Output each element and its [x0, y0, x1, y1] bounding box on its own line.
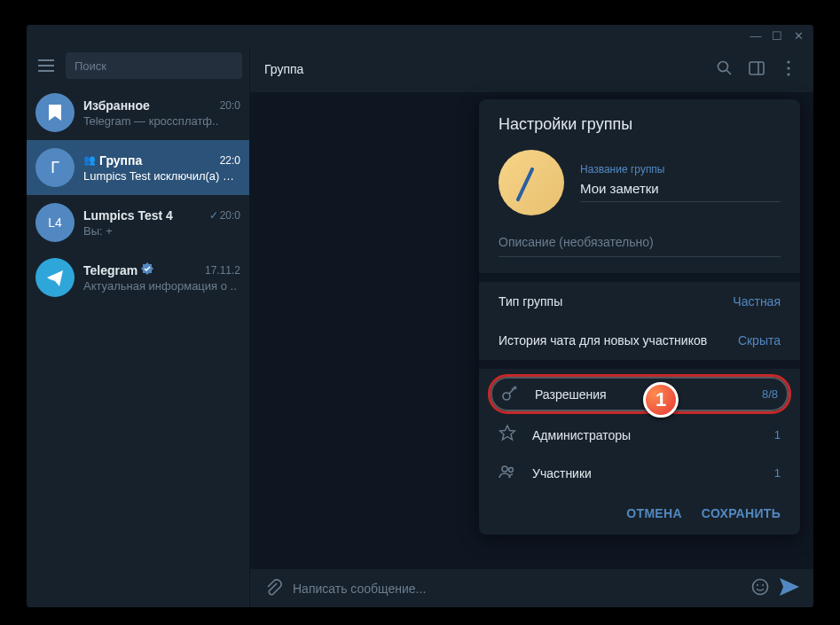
menu-icon[interactable] — [34, 53, 59, 78]
group-name-input[interactable]: Мои заметки — [580, 179, 781, 202]
chat-footer: Написать сообщение... — [250, 569, 813, 607]
chat-history-value: Скрыта — [738, 333, 781, 348]
maximize-button[interactable]: ☐ — [771, 29, 783, 42]
svg-point-10 — [509, 468, 514, 473]
svg-point-4 — [787, 73, 789, 75]
separator — [479, 360, 800, 369]
members-row[interactable]: Участники 1 — [479, 454, 800, 492]
search-icon[interactable] — [714, 60, 735, 79]
chat-title: Telegram — [83, 262, 153, 277]
permissions-count: 8/8 — [762, 387, 778, 401]
svg-point-6 — [757, 584, 758, 586]
members-label: Участники — [532, 466, 758, 480]
chat-item-group[interactable]: Г 👥 Группа 22:0 Lumpics Test исключил(а)… — [27, 140, 249, 195]
telegram-icon — [35, 258, 75, 297]
group-settings-modal: Настройки группы Название группы Мои зам… — [479, 99, 800, 535]
members-icon — [499, 463, 516, 483]
svg-point-0 — [718, 61, 728, 71]
chat-subtitle: Lumpics Test исключил(а) Lu.. — [83, 169, 240, 183]
emoji-icon[interactable] — [751, 578, 769, 598]
minimize-button[interactable]: — — [750, 29, 762, 42]
admins-row[interactable]: Администраторы 1 — [479, 416, 800, 454]
group-type-row[interactable]: Тип группы Частная — [479, 282, 800, 321]
svg-point-7 — [762, 584, 764, 586]
chat-title: Избранное — [83, 98, 150, 113]
close-button[interactable]: ✕ — [792, 29, 805, 42]
chat-header: Группа — [250, 46, 813, 92]
chat-title: 👥 Группа — [83, 153, 142, 168]
key-icon — [501, 384, 519, 404]
permissions-label: Разрешения — [535, 387, 746, 402]
star-icon — [499, 425, 516, 445]
group-description-input[interactable]: Описание (необязательно) — [499, 231, 781, 257]
annotation-badge: 1 — [643, 382, 679, 418]
svg-point-2 — [787, 60, 789, 63]
chat-item-user[interactable]: L4 Lumpics Test 4 ✓ 20:0 Вы: + — [27, 195, 249, 250]
group-type-label: Тип группы — [499, 294, 562, 309]
name-field-label: Название группы — [580, 163, 781, 176]
admins-label: Администраторы — [532, 428, 758, 442]
chat-item-saved[interactable]: Избранное 20:0 Telegram — кроссплатф.. — [27, 85, 249, 140]
admins-count: 1 — [774, 428, 781, 441]
chat-time: 22:0 — [220, 154, 240, 167]
send-icon[interactable] — [780, 578, 799, 598]
svg-rect-1 — [750, 62, 764, 74]
avatar: Г — [35, 148, 75, 187]
group-type-value: Частная — [733, 294, 781, 309]
svg-point-8 — [503, 393, 510, 400]
chat-subtitle: Telegram — кроссплатф.. — [83, 114, 240, 128]
chat-title: Lumpics Test 4 — [83, 208, 173, 223]
chat-history-label: История чата для новых участников — [499, 333, 707, 348]
chat-history-row[interactable]: История чата для новых участников Скрыта — [479, 321, 800, 360]
chat-time: 20:0 — [220, 99, 240, 112]
verified-icon — [141, 262, 153, 277]
chat-subtitle: Вы: + — [83, 224, 240, 238]
save-button[interactable]: СОХРАНИТЬ — [702, 506, 781, 520]
more-icon[interactable] — [778, 60, 799, 79]
chat-item-channel[interactable]: Telegram 17.11.2 Актуальная информация о… — [27, 250, 249, 305]
group-photo[interactable] — [499, 150, 564, 215]
chat-subtitle: Актуальная информация о .. — [83, 279, 240, 293]
svg-point-3 — [787, 66, 789, 69]
modal-title: Настройки группы — [479, 99, 800, 145]
members-count: 1 — [774, 466, 781, 480]
chat-list: Избранное 20:0 Telegram — кроссплатф.. Г… — [27, 85, 249, 607]
sidepanel-icon[interactable] — [746, 60, 767, 79]
check-icon: ✓ — [209, 209, 218, 222]
permissions-row[interactable]: Разрешения 8/8 1 — [488, 374, 791, 414]
chat-content: Группа пу «Группа» umpics Test 2 — [250, 46, 813, 607]
cancel-button[interactable]: ОТМЕНА — [626, 506, 681, 520]
chat-time: ✓ 20:0 — [209, 209, 240, 222]
search-input[interactable]: Поиск — [66, 52, 242, 79]
sidebar: Поиск Избранное 20:0 Telegram — кросспла… — [27, 46, 250, 607]
group-icon: 👥 — [83, 154, 96, 166]
svg-point-9 — [502, 466, 507, 472]
chat-time: 17.11.2 — [205, 264, 240, 277]
separator — [479, 273, 800, 282]
app-window: — ☐ ✕ Поиск Избранное — [27, 25, 813, 607]
search-placeholder: Поиск — [75, 59, 106, 73]
message-input[interactable]: Написать сообщение... — [293, 582, 741, 596]
chat-header-title[interactable]: Группа — [264, 62, 703, 76]
avatar: L4 — [35, 203, 75, 242]
attach-icon[interactable] — [264, 578, 282, 598]
titlebar: — ☐ ✕ — [27, 25, 813, 46]
bookmark-icon — [35, 93, 75, 132]
svg-point-5 — [753, 580, 768, 595]
